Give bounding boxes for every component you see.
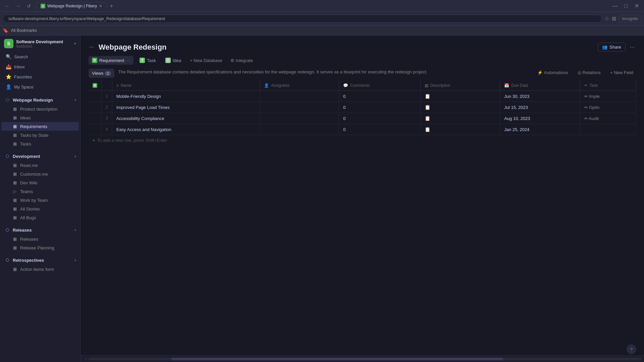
row-assignees[interactable] — [260, 113, 339, 124]
address-bar-row: software-development.fibery.io/fibery/sp… — [0, 12, 644, 25]
reload-button[interactable]: ↺ — [24, 1, 34, 11]
req-col-icon: R — [93, 83, 97, 88]
sidebar-item-product-description[interactable]: ▦ Product description — [1, 105, 79, 113]
more-options-button[interactable]: ··· — [628, 42, 636, 52]
release-planning-icon: ▦ — [12, 245, 17, 250]
sidebar-item-work-by-team[interactable]: ▦ Work by Team — [1, 196, 79, 204]
browser-chrome: ← → ↺ S Webpage Redesign | Fibery ✕ + — … — [0, 0, 644, 12]
name-col-icon: ≡ — [116, 83, 119, 88]
workspace-header[interactable]: S Software Development 6ad8d3d1 ▾ — [0, 36, 80, 52]
view-actions: ⚡ Automations ◎ Relations + New Field — [535, 69, 636, 76]
sidebar-item-action-items[interactable]: ▦ Action Items form — [1, 265, 79, 274]
add-row-hint[interactable]: + To add a new row, press Shift+Enter — [89, 135, 636, 145]
db-description: The Requirement database contains detail… — [118, 69, 531, 75]
col-task[interactable]: ✏ Task — [580, 80, 636, 91]
new-tab-button[interactable]: + — [107, 2, 115, 10]
bottom-scrollbar[interactable]: ‹ — [80, 355, 644, 362]
sidebar-item-all-bugs[interactable]: ▦ All Bugs — [1, 213, 79, 222]
task-col-label: Task — [590, 83, 598, 88]
sidebar-item-tasks-by-state[interactable]: ▦ Tasks by State — [1, 131, 79, 139]
section-header-development[interactable]: ⬡ Development ▾ — [0, 151, 80, 161]
row-name[interactable]: Easy Access and Navigation — [112, 124, 260, 135]
idea-icon: I — [165, 58, 171, 63]
scroll-left-icon[interactable]: ‹ — [83, 357, 89, 361]
header-actions: 👥 Share ··· — [598, 42, 636, 52]
col-due-date[interactable]: 📅 Due Date — [500, 80, 580, 91]
table-container[interactable]: R ≡ Name 👤 — [80, 80, 644, 355]
sidebar-item-tasks[interactable]: ▦ Tasks — [1, 139, 79, 148]
views-count: 2 — [105, 71, 111, 76]
table-row[interactable]: 2 Improved Page Load Times 0 📋 Jul 15, 2… — [89, 102, 636, 113]
row-name[interactable]: Mobile-Friendly Design — [112, 91, 260, 102]
row-name[interactable]: Improved Page Load Times — [112, 102, 260, 113]
help-button[interactable]: ? — [627, 345, 636, 354]
page-header: ↔ Webpage Redesign 👥 Share ··· — [80, 36, 644, 52]
sidebar-item-my-space[interactable]: 👤 My Space — [1, 82, 79, 92]
share-button[interactable]: 👥 Share — [598, 43, 626, 52]
sidebar-item-all-stories[interactable]: ▦ All Stories — [1, 204, 79, 213]
section-header-releases[interactable]: ⬡ Releases ▾ — [0, 225, 80, 235]
window-maximize[interactable]: □ — [621, 1, 631, 11]
layout-icon[interactable]: ⊞ — [612, 15, 616, 22]
sidebar-item-customize[interactable]: ▦ Customize.me — [1, 170, 79, 178]
active-tab[interactable]: S Webpage Redesign | Fibery ✕ — [36, 2, 107, 10]
requirements-icon: ▦ — [12, 124, 17, 129]
new-database-button[interactable]: + New Database — [187, 56, 225, 65]
col-description[interactable]: ▦ Description — [420, 80, 500, 91]
scroll-track[interactable] — [89, 358, 641, 360]
row-assignees[interactable] — [260, 91, 339, 102]
req-more-icon[interactable]: ··· — [126, 58, 130, 63]
sidebar-item-ideas[interactable]: ▦ Ideas — [1, 113, 79, 122]
row-assignees[interactable] — [260, 124, 339, 135]
integrate-button[interactable]: ⚙ Integrate — [228, 56, 256, 65]
inbox-icon: 📥 — [5, 64, 11, 70]
sidebar-item-favorites[interactable]: ⭐ Favorites — [1, 72, 79, 82]
back-forward-btn[interactable]: ↔ — [89, 44, 95, 51]
table-row[interactable]: 4 Easy Access and Navigation 0 📋 Jan 25,… — [89, 124, 636, 135]
all-bookmarks-label[interactable]: All Bookmarks — [11, 28, 37, 33]
automations-button[interactable]: ⚡ Automations — [535, 69, 571, 76]
sidebar-item-inbox[interactable]: 📥 Inbox — [1, 62, 79, 72]
row-task[interactable]: ✏ Audit — [580, 113, 636, 124]
my-space-label: My Space — [14, 84, 75, 89]
table-row[interactable]: 1 Mobile-Friendly Design 0 📋 Jun 30, 202… — [89, 91, 636, 102]
sidebar-item-releases[interactable]: ▦ Releases — [1, 235, 79, 243]
tab-task[interactable]: T Task — [136, 56, 159, 65]
row-name[interactable]: Accessibility Compliance — [112, 113, 260, 124]
tab-requirement[interactable]: R Requirement ··· — [89, 56, 133, 65]
tab-idea[interactable]: I Idea — [162, 56, 184, 65]
section-header-webpage-redesign[interactable]: ⬡ Webpage Redesign ▾ — [0, 95, 80, 105]
new-field-button[interactable]: + New Field — [607, 69, 636, 76]
views-button[interactable]: Views 2 — [89, 69, 114, 78]
sidebar-item-dev-wiki[interactable]: ▦ Dev Wiki — [1, 178, 79, 187]
sidebar-item-requirements[interactable]: ▦ Requirements — [1, 122, 79, 131]
tab-close-icon[interactable]: ✕ — [99, 4, 102, 8]
sidebar-item-teams[interactable]: ▷ Teams — [1, 187, 79, 196]
work-by-team-label: Work by Team — [20, 198, 48, 203]
row-task[interactable] — [580, 124, 636, 135]
sidebar-item-search[interactable]: 🔍 Search — [1, 52, 79, 62]
relations-button[interactable]: ◎ Relations — [575, 69, 603, 76]
row-task[interactable]: ✏ Optin — [580, 102, 636, 113]
bookmarks-bar: 🔖 All Bookmarks — [0, 25, 644, 36]
sidebar-item-readme[interactable]: ▦ Read.me — [1, 161, 79, 170]
forward-button[interactable]: → — [13, 1, 23, 11]
row-description: 📋 — [420, 113, 500, 124]
col-assignees[interactable]: 👤 Assignees — [260, 80, 339, 91]
sidebar-item-release-planning[interactable]: ▦ Release Planning — [1, 243, 79, 252]
col-comments[interactable]: 💬 Comments — [339, 80, 420, 91]
row-task[interactable]: ✏ Imple — [580, 91, 636, 102]
table-row[interactable]: 3 Accessibility Compliance 0 📋 Aug 10, 2… — [89, 113, 636, 124]
address-bar[interactable]: software-development.fibery.io/fibery/sp… — [3, 15, 602, 23]
search-label: Search — [14, 54, 75, 59]
all-stories-icon: ▦ — [12, 206, 17, 212]
row-comments: 0 — [339, 124, 420, 135]
row-assignees[interactable] — [260, 102, 339, 113]
row-description: 📋 — [420, 91, 500, 102]
col-name[interactable]: ≡ Name — [112, 80, 260, 91]
window-close[interactable]: ✕ — [632, 1, 641, 11]
back-button[interactable]: ← — [3, 1, 12, 11]
section-header-retrospectives[interactable]: ⬡ Retrospectives ▾ — [0, 255, 80, 265]
bookmark-icon[interactable]: ☆ — [604, 15, 609, 22]
window-minimize[interactable]: — — [610, 1, 620, 11]
